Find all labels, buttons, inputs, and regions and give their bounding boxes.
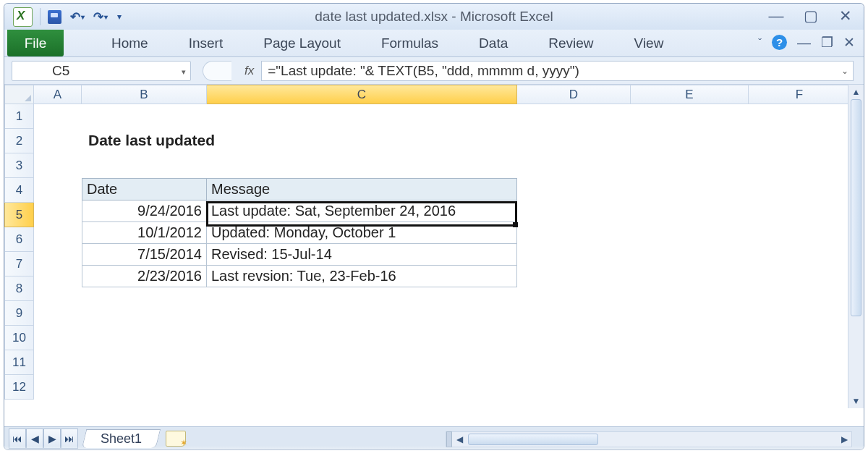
undo-caret-icon[interactable]: ▾ xyxy=(81,13,85,21)
cell-c6: Updated: Monday, October 1 xyxy=(207,222,517,244)
name-box-value: C5 xyxy=(52,63,69,79)
workbook-restore-button[interactable]: ❐ xyxy=(821,34,833,51)
save-icon[interactable] xyxy=(48,10,61,24)
scroll-left-icon[interactable]: ◀ xyxy=(452,434,467,444)
new-sheet-button[interactable] xyxy=(166,431,186,447)
col-header-E[interactable]: E xyxy=(631,85,749,104)
workbook-minimize-button[interactable]: — xyxy=(797,35,811,51)
scroll-up-icon[interactable]: ▲ xyxy=(848,85,864,99)
ribbon-right-controls: ˇ ? — ❐ ✕ xyxy=(758,34,855,51)
vscroll-thumb[interactable] xyxy=(851,99,861,316)
row-header-4[interactable]: 4 xyxy=(4,178,34,203)
row-header-6[interactable]: 6 xyxy=(4,227,34,252)
row-header-5[interactable]: 5 xyxy=(4,203,34,227)
row-headers: 1 2 3 4 5 6 7 8 9 10 11 12 xyxy=(4,104,34,400)
formula-expand-icon[interactable]: ⌄ xyxy=(841,66,848,76)
tab-insert[interactable]: Insert xyxy=(169,30,244,56)
name-box-caret-icon[interactable]: ▾ xyxy=(182,67,186,77)
cell-b7: 7/15/2014 xyxy=(82,244,207,266)
spreadsheet-grid: A B C D E F 1 2 3 4 5 6 7 8 9 10 11 12 D… xyxy=(4,85,864,408)
tab-data[interactable]: Data xyxy=(459,30,528,56)
maximize-button[interactable]: ▢ xyxy=(803,8,819,24)
formula-input[interactable]: ="Last update: "& TEXT(B5, "ddd, mmmm d,… xyxy=(261,61,854,81)
data-table: Date Message 9/24/2016 Last update: Sat,… xyxy=(82,178,517,287)
cell-title: Date last updated xyxy=(88,132,215,149)
window-controls: — ▢ ✕ xyxy=(768,8,854,24)
row-header-11[interactable]: 11 xyxy=(4,350,34,375)
ribbon-minimize-caret-icon[interactable]: ˇ xyxy=(758,37,762,48)
row-header-9[interactable]: 9 xyxy=(4,301,34,326)
th-message: Message xyxy=(207,178,517,200)
redo-button[interactable]: ↷▾ xyxy=(93,9,108,25)
row-header-12[interactable]: 12 xyxy=(4,375,34,400)
window-title: date last updated.xlsx - Microsoft Excel xyxy=(4,9,864,25)
row-header-7[interactable]: 7 xyxy=(4,252,34,276)
undo-button[interactable]: ↶▾ xyxy=(70,9,85,25)
row-header-1[interactable]: 1 xyxy=(4,104,34,129)
formula-text: ="Last update: "& TEXT(B5, "ddd, mmmm d,… xyxy=(268,63,579,79)
hscroll-split-handle[interactable] xyxy=(446,431,452,447)
hscroll-track[interactable] xyxy=(467,432,837,447)
quick-access-toolbar: ↶▾ ↷▾ ▾ xyxy=(48,9,122,25)
column-headers: A B C D E F xyxy=(4,85,851,104)
cell-b8: 2/23/2016 xyxy=(82,266,207,287)
scroll-right-icon[interactable]: ▶ xyxy=(837,434,851,444)
formula-bar: fx ="Last update: "& TEXT(B5, "ddd, mmmm… xyxy=(203,61,854,81)
hscroll-thumb[interactable] xyxy=(468,434,598,445)
row-header-10[interactable]: 10 xyxy=(4,326,34,350)
workbook-close-button[interactable]: ✕ xyxy=(843,34,855,51)
minimize-button[interactable]: — xyxy=(768,8,784,24)
cell-b5: 9/24/2016 xyxy=(82,200,207,222)
tab-view[interactable]: View xyxy=(614,30,684,56)
cell-b6: 10/1/2012 xyxy=(82,222,207,244)
cell-c7: Revised: 15-Jul-14 xyxy=(207,244,517,266)
scroll-down-icon[interactable]: ▼ xyxy=(848,394,864,408)
col-header-B[interactable]: B xyxy=(82,85,207,104)
sheet-tab-label: Sheet1 xyxy=(101,431,142,447)
cells-area[interactable]: Date last updated Date Message 9/24/2016… xyxy=(34,104,848,408)
select-all-button[interactable] xyxy=(4,85,34,104)
qat-customize-caret-icon[interactable]: ▾ xyxy=(117,12,122,22)
row-header-3[interactable]: 3 xyxy=(4,153,34,178)
tab-file[interactable]: File xyxy=(7,30,64,56)
fx-button-bg xyxy=(203,61,231,81)
vertical-scrollbar[interactable]: ▲ ▼ xyxy=(848,85,864,408)
excel-window: ↶▾ ↷▾ ▾ date last updated.xlsx - Microso… xyxy=(4,3,864,450)
title-bar: ↶▾ ↷▾ ▾ date last updated.xlsx - Microso… xyxy=(4,4,864,30)
fx-icon[interactable]: fx xyxy=(244,64,254,78)
fade-overlay xyxy=(0,446,868,456)
row-header-2[interactable]: 2 xyxy=(4,129,34,153)
help-icon[interactable]: ? xyxy=(772,35,787,50)
cell-c5: Last update: Sat, September 24, 2016 xyxy=(207,200,517,222)
name-box[interactable]: C5 ▾ xyxy=(12,61,191,81)
col-header-C[interactable]: C xyxy=(207,85,517,104)
col-header-D[interactable]: D xyxy=(517,85,631,104)
tab-page-layout[interactable]: Page Layout xyxy=(243,30,361,56)
cell-c8: Last revsion: Tue, 23-Feb-16 xyxy=(207,266,517,287)
separator xyxy=(40,8,41,25)
close-button[interactable]: ✕ xyxy=(838,8,854,24)
col-header-F[interactable]: F xyxy=(749,85,851,104)
horizontal-scrollbar[interactable]: ◀ ▶ xyxy=(446,431,852,447)
tab-formulas[interactable]: Formulas xyxy=(361,30,459,56)
col-header-A[interactable]: A xyxy=(34,85,82,104)
row-header-8[interactable]: 8 xyxy=(4,276,34,301)
excel-logo-icon xyxy=(13,7,33,27)
ribbon-tabs: File Home Insert Page Layout Formulas Da… xyxy=(4,30,864,57)
redo-caret-icon[interactable]: ▾ xyxy=(104,13,108,21)
tab-home[interactable]: Home xyxy=(91,30,169,56)
formula-bar-row: C5 ▾ fx ="Last update: "& TEXT(B5, "ddd,… xyxy=(4,57,864,85)
th-date: Date xyxy=(82,178,207,200)
sheet-tab-sheet1[interactable]: Sheet1 xyxy=(82,429,161,448)
tab-review[interactable]: Review xyxy=(528,30,613,56)
